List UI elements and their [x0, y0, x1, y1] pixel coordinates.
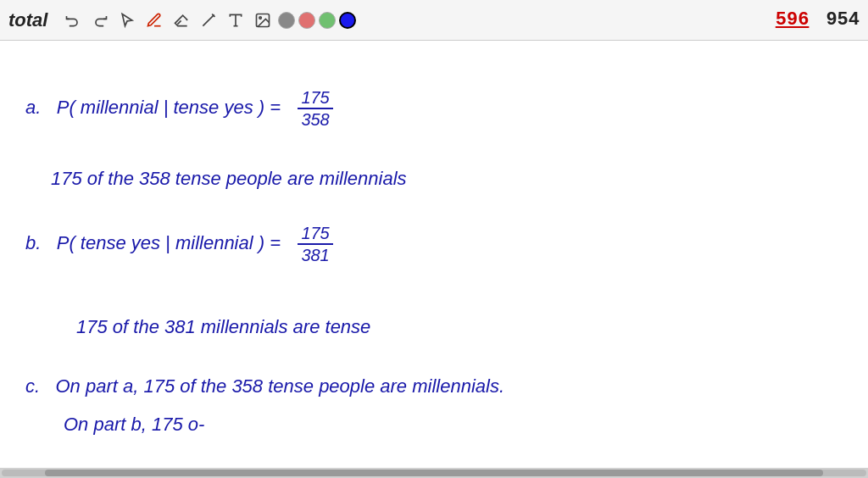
line-c2: On part b, 175 o- — [64, 409, 204, 439]
line-c: c. On part a, 175 of the 358 tense peopl… — [25, 371, 504, 401]
fraction-b-num: 175 — [298, 223, 332, 245]
color-blue-active[interactable] — [339, 12, 356, 29]
color-green[interactable] — [319, 12, 336, 29]
fraction-b: 175 381 — [298, 223, 332, 265]
line-c-text: On part a, 175 of the 358 tense people a… — [55, 375, 504, 397]
select-button[interactable] — [115, 10, 139, 31]
color-gray[interactable] — [278, 12, 295, 29]
color-pink[interactable] — [298, 12, 315, 29]
fraction-a-den: 358 — [298, 109, 332, 130]
fraction-b-den: 381 — [298, 245, 332, 265]
line-b-formula: P( tense yes | millennial ) = — [57, 232, 281, 253]
content-area[interactable]: a. P( millennial | tense yes ) = 175 358… — [0, 41, 868, 468]
undo-button[interactable] — [61, 10, 85, 31]
line-b: b. P( tense yes | millennial ) = 175 381 — [25, 223, 335, 265]
scrollbar-thumb[interactable] — [45, 470, 823, 476]
page-total: 954 — [826, 9, 860, 31]
line-a: a. P( millennial | tense yes ) = 175 358 — [25, 87, 335, 130]
total-label: total — [8, 9, 47, 31]
line-b-desc: 175 of the 381 millennials are tense — [76, 312, 370, 342]
line-a-desc: 175 of the 358 tense people are millenni… — [51, 164, 407, 193]
text-button[interactable] — [224, 10, 248, 31]
fraction-a-num: 175 — [298, 87, 332, 109]
whiteboard[interactable]: a. P( millennial | tense yes ) = 175 358… — [0, 41, 868, 468]
svg-point-4 — [259, 16, 262, 18]
line-c-label: c. — [25, 375, 50, 397]
toolbar-right: 596 954 — [776, 9, 860, 31]
pen-button[interactable] — [142, 10, 166, 31]
line-a-label: a. — [25, 97, 52, 118]
eraser-button[interactable] — [170, 10, 193, 31]
line-a-formula: P( millennial | tense yes ) = — [57, 97, 281, 118]
scrollbar-track[interactable] — [2, 470, 866, 476]
scrollbar-area[interactable] — [0, 468, 868, 478]
redo-button[interactable] — [88, 10, 112, 31]
svg-line-0 — [203, 14, 214, 25]
page-number: 596 — [776, 9, 810, 31]
toolbar: total 596 954 — [0, 0, 868, 41]
fraction-a: 175 358 — [298, 87, 332, 130]
image-button[interactable] — [251, 10, 275, 31]
line-b-label: b. — [25, 232, 52, 253]
pencil-button[interactable] — [197, 10, 220, 31]
toolbar-icons — [61, 10, 770, 31]
